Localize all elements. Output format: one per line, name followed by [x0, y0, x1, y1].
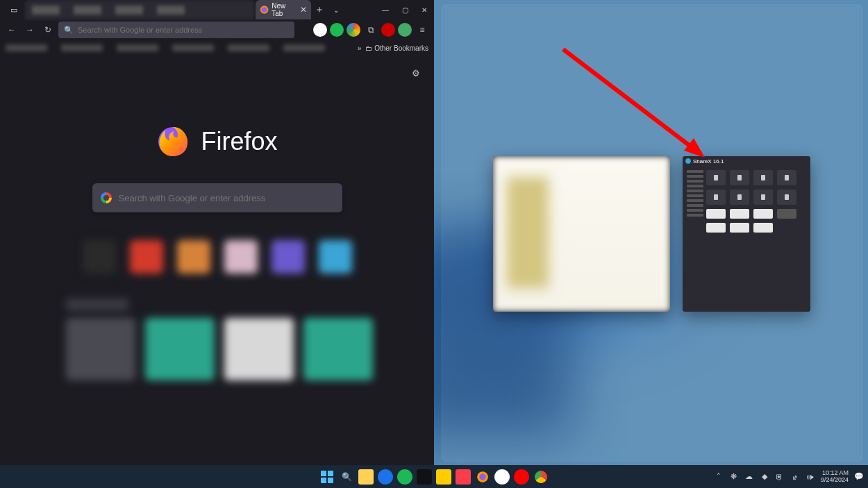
nav-back-button[interactable]: ← [4, 22, 19, 37]
recommended-label-blurred [66, 298, 128, 311]
start-button[interactable] [319, 469, 335, 485]
address-input[interactable] [78, 26, 289, 34]
firefox-brand: Firefox [156, 125, 277, 158]
svg-rect-9 [328, 478, 333, 483]
firefox-wordmark: Firefox [201, 127, 277, 156]
taskbar-app-icon[interactable] [417, 469, 432, 485]
nav-reload-button[interactable]: ↻ [40, 22, 56, 37]
windows-taskbar[interactable]: 🔍 ˄ ❋ ☁ ◆ ⛨ ⸙ 🕪 10:12 AM 9/24/2024 💬 [0, 465, 868, 488]
ext-icon-4[interactable] [381, 23, 395, 37]
tray-security-icon[interactable]: ⛨ [775, 472, 785, 482]
taskbar-clock[interactable]: 10:12 AM 9/24/2024 [821, 470, 849, 484]
sharex-icon [685, 158, 691, 164]
extensions-button[interactable]: ⧉ [363, 22, 378, 37]
top-site-tile[interactable] [224, 240, 258, 274]
svg-point-1 [262, 7, 267, 12]
ext-icon-2[interactable] [330, 23, 344, 37]
taskbar-slack-icon[interactable] [494, 469, 510, 485]
tab-close-icon[interactable]: ✕ [300, 5, 307, 15]
top-site-tile[interactable] [177, 240, 210, 274]
snap-assist-thumbnails: ShareX 16.1 [493, 156, 810, 312]
firefox-logo-icon [156, 125, 190, 158]
svg-rect-8 [321, 478, 326, 483]
taskbar-app-icon[interactable] [436, 469, 451, 485]
newtab-page: ⚙ Firefox [0, 56, 434, 465]
firefox-toolbar: ← → ↻ 🔍 ⧉ ≡ [0, 19, 434, 40]
taskbar-firefox-icon[interactable] [475, 469, 490, 485]
window-maximize-button[interactable]: ▢ [395, 0, 415, 19]
top-site-tile[interactable] [319, 240, 352, 274]
snap-thumb-sharex[interactable]: ShareX 16.1 [683, 156, 810, 312]
app-menu-button[interactable]: ≡ [415, 22, 430, 37]
snap-thumb-explorer[interactable] [493, 156, 670, 312]
taskbar-pinned-apps: 🔍 [319, 469, 549, 485]
svg-rect-7 [328, 471, 333, 476]
tray-onedrive-icon[interactable]: ☁ [744, 472, 754, 482]
firefox-window: ▭ New Tab ✕ ＋ ⌄ — ▢ ✕ ← → ↻ 🔍 ⧉ ≡ [0, 0, 434, 465]
newtab-settings-icon[interactable]: ⚙ [412, 68, 420, 78]
top-site-tile[interactable] [83, 240, 116, 274]
top-site-tile[interactable] [272, 240, 305, 274]
taskbar-music-icon[interactable] [456, 469, 471, 485]
app-menu-icon[interactable]: ▭ [6, 3, 22, 17]
system-tray: ˄ ❋ ☁ ◆ ⛨ ⸙ 🕪 10:12 AM 9/24/2024 💬 [714, 470, 864, 484]
recommended-cards [66, 318, 373, 380]
firefox-icon [260, 5, 269, 15]
bookmarks-bar: » 🗀 Other Bookmarks [0, 40, 434, 56]
ext-icon-3[interactable] [347, 23, 360, 37]
new-tab-button[interactable]: ＋ [311, 1, 328, 18]
tabs-list-button[interactable]: ⌄ [328, 1, 344, 18]
rec-card[interactable] [224, 318, 294, 380]
tray-icon[interactable]: ❋ [729, 472, 739, 482]
taskbar-search-button[interactable]: 🔍 [339, 469, 354, 485]
taskbar-youtube-icon[interactable] [514, 469, 529, 485]
svg-rect-6 [321, 471, 326, 476]
top-site-tile[interactable] [130, 240, 163, 274]
tab-inactive[interactable] [25, 0, 254, 19]
svg-point-11 [480, 473, 486, 480]
sharex-thumb-title: ShareX 16.1 [693, 158, 724, 165]
tray-volume-icon[interactable]: 🕪 [806, 472, 815, 482]
rec-card[interactable] [303, 318, 373, 380]
ext-icon-5[interactable] [398, 23, 412, 37]
nav-forward-button[interactable]: → [22, 22, 37, 37]
address-bar[interactable]: 🔍 [58, 22, 294, 38]
firefox-titlebar[interactable]: ▭ New Tab ✕ ＋ ⌄ — ▢ ✕ [0, 0, 434, 19]
tray-icon[interactable]: ◆ [760, 472, 769, 482]
bookmarks-overflow-icon[interactable]: » [358, 44, 362, 52]
other-bookmarks-folder[interactable]: 🗀 Other Bookmarks [365, 44, 428, 52]
rec-card[interactable] [145, 318, 215, 380]
taskbar-chrome-icon[interactable] [533, 469, 549, 485]
notifications-icon[interactable]: 💬 [854, 472, 864, 482]
window-minimize-button[interactable]: — [376, 0, 395, 19]
tab-active-label: New Tab [272, 2, 297, 17]
ext-icon-1[interactable] [313, 23, 327, 37]
window-close-button[interactable]: ✕ [415, 0, 434, 19]
sharex-thumb-titlebar: ShareX 16.1 [683, 156, 810, 166]
tray-overflow-icon[interactable]: ˄ [714, 472, 724, 482]
taskbar-explorer-icon[interactable] [358, 469, 374, 485]
rec-card[interactable] [66, 318, 135, 380]
taskbar-edge-icon[interactable] [378, 469, 393, 485]
newtab-search-input[interactable] [119, 193, 334, 203]
taskbar-spotify-icon[interactable] [397, 469, 412, 485]
other-bookmarks-label: Other Bookmarks [374, 44, 428, 52]
google-icon [101, 192, 112, 203]
top-sites-row [83, 240, 352, 274]
clock-date: 9/24/2024 [821, 477, 849, 484]
svg-point-3 [685, 158, 691, 164]
tab-active[interactable]: New Tab ✕ [256, 0, 311, 19]
newtab-search-bar[interactable] [92, 183, 342, 212]
bookmarks-blurred [6, 44, 353, 51]
tray-wifi-icon[interactable]: ⸙ [790, 472, 800, 482]
folder-icon: 🗀 [365, 44, 372, 52]
search-icon: 🔍 [64, 26, 74, 35]
